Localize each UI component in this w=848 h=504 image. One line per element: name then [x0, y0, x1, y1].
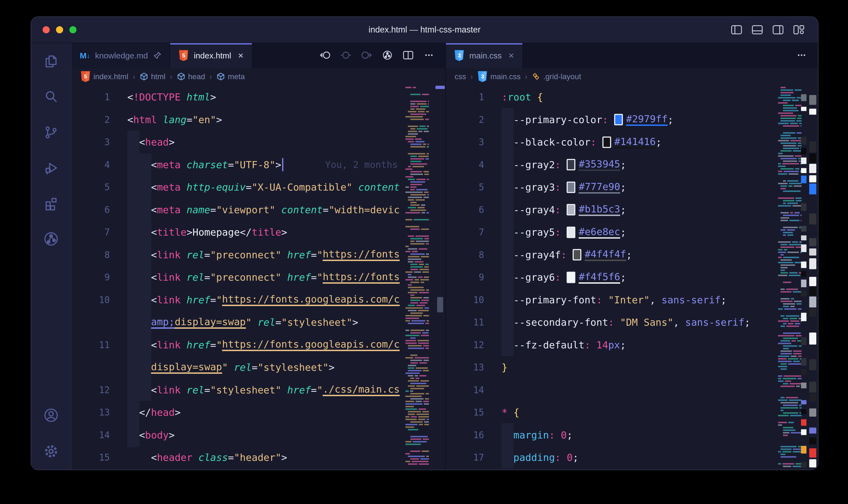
code-line: 16 margin: 0; — [446, 424, 818, 446]
split-editor-icon[interactable] — [403, 50, 413, 60]
more-actions-icon[interactable] — [423, 50, 435, 60]
breadcrumb-separator: › — [170, 73, 173, 81]
nav-forward-icon[interactable] — [361, 50, 372, 60]
nav-position-icon[interactable] — [340, 50, 351, 60]
line-content: --gray6: #f4f5f6; — [501, 266, 775, 289]
tab-label: index.html — [194, 51, 231, 60]
line-content: :root { — [501, 86, 775, 108]
tab-index-html[interactable]: 5index.html✕ — [170, 43, 252, 68]
line-number: 11 — [446, 317, 492, 328]
extensions-icon[interactable] — [44, 196, 58, 211]
line-number: 2 — [446, 114, 492, 125]
markdown-icon: M↓ — [80, 51, 90, 60]
toggle-left-panel-icon[interactable] — [731, 25, 742, 34]
css3-icon: 3 — [477, 71, 488, 83]
zoom-window-button[interactable] — [69, 26, 76, 33]
line-number: 3 — [446, 137, 492, 147]
pin-icon[interactable] — [153, 51, 161, 60]
line-content: <title>Homepage</title> — [127, 221, 403, 244]
svg-text:3: 3 — [458, 52, 461, 58]
symbol-class-icon — [532, 72, 541, 81]
tab-knowledge-md[interactable]: M↓knowledge.md — [72, 43, 170, 68]
line-number: 13 — [446, 362, 492, 373]
line-content: --black-color: #141416; — [501, 131, 775, 154]
line-number: 9 — [446, 272, 492, 283]
breadcrumb-item--grid-layout[interactable]: .grid-layout — [532, 72, 581, 81]
tab-main-css[interactable]: 3main.css✕ — [446, 43, 523, 68]
toggle-right-panel-icon[interactable] — [773, 25, 783, 34]
code-line: 8 <link rel="preconnect" href="https://f… — [72, 244, 445, 266]
text-cursor — [282, 158, 283, 171]
line-content: * { — [501, 401, 775, 424]
line-content: --secondary-font: "DM Sans", sans-serif; — [501, 311, 775, 334]
line-content: <link href="https://fonts.googleapis.com… — [127, 334, 403, 356]
code-line: 15 <header class="header"> — [72, 446, 445, 469]
line-number: 1 — [72, 92, 118, 102]
color-swatch — [567, 272, 575, 283]
editor-html[interactable]: 1<!DOCTYPE html>2<html lang="en">3 <head… — [72, 85, 445, 470]
breadcrumb-separator: › — [524, 73, 528, 81]
run-debug-icon[interactable] — [44, 161, 58, 175]
line-content: padding: 0; — [501, 446, 775, 469]
live-share-icon[interactable] — [44, 232, 58, 246]
editor-actions — [796, 43, 818, 68]
line-content: <meta name="viewport" content="width=dev… — [127, 198, 403, 221]
explorer-icon[interactable] — [44, 54, 58, 69]
symbol-cube-icon — [216, 72, 225, 81]
code-line: 5 <meta http-equiv="X-UA-Compatible" con… — [72, 176, 445, 198]
tab-label: main.css — [469, 51, 501, 60]
symbol-cube-icon — [140, 72, 148, 81]
line-content: </head> — [127, 401, 403, 424]
close-window-button[interactable] — [42, 26, 50, 33]
search-icon[interactable] — [44, 90, 58, 104]
breadcrumb-item-head[interactable]: head — [177, 72, 205, 81]
code-line: 17 padding: 0; — [446, 446, 818, 469]
customize-layout-icon[interactable] — [793, 25, 804, 34]
nav-back-icon[interactable] — [320, 50, 331, 60]
breadcrumb-item-css[interactable]: css — [455, 72, 466, 81]
breadcrumb-left: 5index.html›html›head›meta — [72, 68, 445, 85]
breadcrumb-item-html[interactable]: html — [140, 72, 165, 81]
line-number: 3 — [72, 137, 118, 147]
line-number: 8 — [72, 250, 118, 260]
code-line: 2<html lang="en"> — [72, 108, 445, 131]
code-line: 14 <body> — [72, 424, 445, 446]
code-line: 3 <head> — [72, 131, 445, 154]
live-preview-icon[interactable] — [382, 50, 393, 60]
editor-css[interactable]: 1:root {2 --primary-color: #2979ff;3 --b… — [446, 85, 818, 470]
toggle-bottom-panel-icon[interactable] — [752, 25, 763, 34]
settings-gear-icon[interactable] — [44, 444, 58, 459]
code-line: 13 </head> — [72, 401, 445, 424]
svg-text:5: 5 — [182, 52, 185, 58]
line-content: <meta http-equiv="X-UA-Compatible" conte… — [127, 176, 403, 198]
line-content: <!DOCTYPE html> — [127, 86, 403, 108]
code-line: 11 <link href="https://fonts.googleapis.… — [72, 334, 445, 356]
tab-close-icon[interactable]: ✕ — [508, 52, 514, 60]
breadcrumb-item-main-css[interactable]: 3main.css — [477, 71, 520, 83]
line-content: <link href="https://fonts.googleapis.com… — [127, 289, 403, 311]
line-number: 6 — [72, 204, 118, 215]
source-control-icon[interactable] — [44, 125, 58, 140]
account-icon[interactable] — [44, 408, 58, 422]
code-line: 7 <title>Homepage</title> — [72, 221, 445, 244]
editor-group-css: 3main.css✕ css›3main.css›.grid-layout 1:… — [446, 43, 818, 470]
code-line: 4 --gray2: #353945; — [446, 154, 818, 176]
code-line: 10 <link href="https://fonts.googleapis.… — [72, 289, 445, 311]
minimize-window-button[interactable] — [56, 26, 63, 33]
tab-close-icon[interactable]: ✕ — [238, 52, 244, 60]
line-content: <link rel="preconnect" href="https://fon… — [127, 266, 403, 289]
code-line: 10 --primary-font: "Inter", sans-serif; — [446, 289, 818, 311]
breadcrumb-item-meta[interactable]: meta — [216, 72, 245, 81]
more-actions-icon[interactable] — [796, 50, 807, 60]
line-content: --gray5: #e6e8ec; — [501, 221, 775, 244]
css3-icon: 3 — [454, 50, 464, 62]
code-line: 6 --gray4: #b1b5c3; — [446, 198, 818, 221]
code-line: 13} — [446, 356, 818, 379]
color-swatch — [567, 227, 575, 238]
line-number: 15 — [72, 452, 118, 463]
line-content: --gray4: #b1b5c3; — [501, 198, 775, 221]
line-content: --gray3: #777e90; — [501, 176, 775, 198]
workbench: M↓knowledge.md5index.html✕ 5index.html›h… — [31, 43, 818, 470]
code-line: 7 --gray5: #e6e8ec; — [446, 221, 818, 244]
breadcrumb-item-index-html[interactable]: 5index.html — [80, 71, 128, 83]
